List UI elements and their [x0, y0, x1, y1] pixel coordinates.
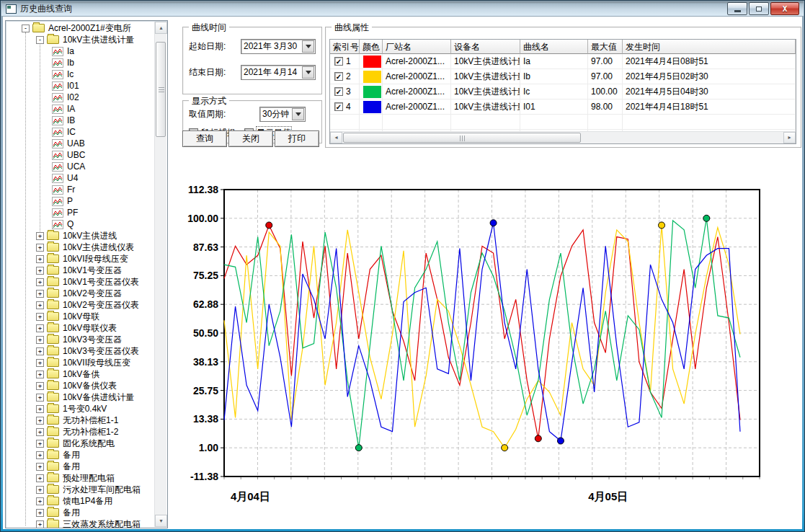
tree-curve-item[interactable]: UCA [6, 161, 155, 172]
expand-icon[interactable]: + [36, 497, 44, 505]
tree-vertical-scrollbar[interactable] [154, 22, 166, 527]
tree-folder-item[interactable]: +三效蒸发系统配电箱 [6, 518, 155, 528]
tree-folder-item[interactable]: +备用 [6, 507, 155, 518]
tree-folder-item[interactable]: +10kV1号变压器仪表 [6, 276, 155, 288]
tree-folder-item[interactable]: +污水处理车间配电箱 [6, 484, 155, 495]
tree-curve-item[interactable]: U4 [6, 172, 155, 184]
row-checkbox[interactable]: ✓ [334, 102, 343, 111]
tree-folder-item[interactable]: +10kV1号变压器 [6, 265, 155, 276]
print-button[interactable]: 打印 [275, 130, 319, 147]
tree-folder-item[interactable]: +10kV备供 [6, 368, 155, 380]
row-checkbox[interactable]: ✓ [334, 87, 343, 96]
column-header[interactable]: 发生时间 [623, 40, 796, 54]
tree-curve-item[interactable]: P [6, 195, 155, 207]
expand-icon[interactable]: + [36, 405, 44, 413]
tree-curve-item[interactable]: IA [6, 103, 155, 115]
chevron-down-icon[interactable] [292, 108, 304, 120]
tree-folder-item[interactable]: +无功补偿柜1-2 [6, 426, 155, 438]
expand-icon[interactable]: + [36, 451, 44, 459]
expand-icon[interactable]: + [36, 301, 44, 309]
tree-curve-item[interactable]: IB [6, 115, 155, 126]
column-header[interactable]: 索引号 [330, 40, 360, 54]
table-row[interactable]: ✓1Acrel-2000Z1...10kV主供进线计量Ia97.002021年4… [330, 54, 796, 69]
tree-folder-item[interactable]: +预处理配电箱 [6, 472, 155, 484]
expand-icon[interactable]: + [36, 394, 44, 402]
tree-folder-item[interactable]: +备用 [6, 449, 155, 461]
scroll-down-button[interactable] [155, 515, 167, 527]
expand-icon[interactable]: + [36, 244, 44, 252]
expand-icon[interactable]: + [36, 382, 44, 390]
tree-folder-item[interactable]: +馈电1P4备用 [6, 495, 155, 507]
expand-icon[interactable]: + [36, 440, 44, 448]
row-checkbox[interactable]: ✓ [334, 57, 343, 66]
tree-curve-item[interactable]: Ic [6, 68, 155, 80]
tree-group-metering[interactable]: -10kV主供进线计量 [6, 34, 155, 45]
expand-icon[interactable]: + [36, 336, 44, 344]
tree-curve-item[interactable]: I02 [6, 92, 155, 103]
expand-icon[interactable]: + [36, 313, 44, 321]
expand-icon[interactable]: + [36, 520, 44, 528]
minimize-button[interactable] [727, 2, 747, 15]
tree-folder-item[interactable]: +10kV主供进线 [6, 230, 155, 241]
column-header[interactable]: 设备名 [451, 40, 520, 54]
tree-folder-item[interactable]: +10kV3号变压器 [6, 334, 155, 345]
tree-folder-item[interactable]: +10kV2号变压器仪表 [6, 299, 155, 311]
collapse-icon[interactable]: - [22, 25, 30, 32]
tree-folder-item[interactable]: +10kV主供进线仪表 [6, 241, 155, 253]
expand-icon[interactable]: + [36, 324, 44, 332]
tree-folder-item[interactable]: +10kV备供仪表 [6, 380, 155, 391]
expand-icon[interactable]: + [36, 486, 44, 494]
start-date-combo[interactable]: 2021年 3月30 [241, 39, 316, 54]
expand-icon[interactable]: + [36, 359, 44, 367]
expand-icon[interactable]: + [36, 371, 44, 378]
chevron-down-icon[interactable] [302, 40, 314, 53]
tree-folder-item[interactable]: +1号变0.4kV [6, 403, 155, 414]
table-row[interactable]: ✓2Acrel-2000Z1...10kV主供进线计量Ib97.002021年4… [330, 69, 796, 84]
chevron-down-icon[interactable] [302, 66, 314, 79]
column-header[interactable]: 曲线名 [520, 40, 588, 54]
maximize-button[interactable] [749, 2, 769, 15]
expand-icon[interactable]: + [36, 255, 44, 263]
expand-icon[interactable]: + [36, 417, 44, 425]
table-row[interactable]: ✓3Acrel-2000Z1...10kV主供进线计量Ic100.002021年… [330, 84, 796, 99]
close-button[interactable]: X [770, 2, 799, 15]
tree-curve-item[interactable]: Ib [6, 57, 155, 68]
query-button[interactable]: 查询 [182, 130, 227, 147]
tree-root-station[interactable]: -Acrel-2000Z1#变电所 [6, 22, 155, 34]
column-header[interactable]: 最大值 [588, 40, 623, 54]
tree-curve-item[interactable]: I01 [6, 80, 155, 92]
column-header[interactable]: 厂站名 [383, 40, 451, 54]
table-row[interactable]: ✓4Acrel-2000Z1...10kV主供进线计量I0198.002021年… [330, 99, 796, 115]
tree-curve-item[interactable]: Q [6, 218, 155, 230]
tree-folder-item[interactable]: +10kVII段母线压变 [6, 357, 155, 368]
tree-curve-item[interactable]: UBC [6, 149, 155, 161]
tree-folder-item[interactable]: +10kV2号变压器 [6, 288, 155, 299]
expand-icon[interactable]: + [36, 267, 44, 275]
tree-curve-item[interactable]: Fr [6, 184, 155, 195]
table-row[interactable] [330, 115, 796, 130]
tree-scroll-thumb[interactable] [156, 42, 166, 137]
tree-curve-item[interactable]: PF [6, 207, 155, 218]
expand-icon[interactable]: + [36, 463, 44, 471]
tree-curve-item[interactable]: IC [6, 126, 155, 138]
scroll-up-button[interactable] [155, 22, 167, 34]
table-scroll-thumb[interactable] [343, 133, 581, 143]
expand-icon[interactable]: + [36, 290, 44, 298]
tree-folder-item[interactable]: +10kV母联 [6, 311, 155, 322]
close-dialog-button[interactable]: 关闭 [228, 130, 273, 147]
tree-folder-item[interactable]: +10kV3号变压器仪表 [6, 345, 155, 357]
expand-icon[interactable]: + [36, 428, 44, 436]
scroll-right-button[interactable] [783, 132, 796, 143]
collapse-icon[interactable]: - [36, 36, 44, 44]
tree-folder-item[interactable]: +备用 [6, 461, 155, 472]
tree-curve-item[interactable]: UAB [6, 138, 155, 149]
tree-folder-item[interactable]: +10kVI段母线压变 [6, 253, 155, 265]
table-horizontal-scrollbar[interactable] [330, 131, 796, 143]
expand-icon[interactable]: + [36, 347, 44, 355]
end-date-combo[interactable]: 2021年 4月14 [241, 65, 316, 80]
column-header[interactable]: 颜色 [360, 40, 383, 54]
tree-folder-item[interactable]: +无功补偿柜1-1 [6, 414, 155, 426]
tree-curve-item[interactable]: Ia [6, 45, 155, 57]
expand-icon[interactable]: + [36, 509, 44, 517]
tree-folder-item[interactable]: +10kV备供进线计量 [6, 391, 155, 403]
